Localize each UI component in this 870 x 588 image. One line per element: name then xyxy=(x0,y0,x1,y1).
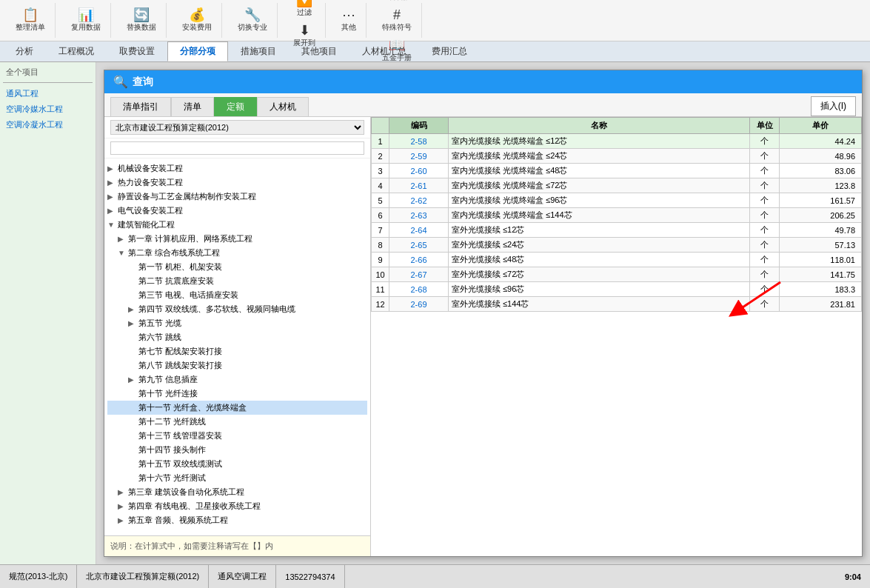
col-header-unit: 单位 xyxy=(750,118,780,134)
cell-unit: 个 xyxy=(750,134,780,149)
tree-item[interactable]: ▼第二章 综合布线系统工程 xyxy=(107,246,367,260)
filter-button[interactable]: 🔽 过滤 xyxy=(291,0,318,20)
table-row[interactable]: 2 2-59 室内光缆接续 光缆终端盒 ≤24芯 个 48.96 xyxy=(372,149,862,164)
tree-item[interactable]: 第十五节 双绞线缆测试 xyxy=(107,457,367,471)
calculator-button[interactable]: 🖩 计算器 xyxy=(381,0,413,4)
tree-item-label: 第三章 建筑设备自动化系统工程 xyxy=(128,487,367,498)
dialog-title: 查询 xyxy=(133,76,153,89)
cell-price: 49.78 xyxy=(780,223,862,238)
tab-fee-summary[interactable]: 费用汇总 xyxy=(419,41,480,61)
switch-icon: 🔧 xyxy=(244,8,261,21)
special-symbol-icon: # xyxy=(393,8,401,21)
tree-item[interactable]: 第一节 机柜、机架安装 xyxy=(107,260,367,274)
special-symbol-button[interactable]: # 特殊符号 xyxy=(377,6,417,35)
dialog-tab-quota[interactable]: 定额 xyxy=(214,97,257,116)
table-row[interactable]: 9 2-66 室外光缆接续 ≤48芯 个 118.01 xyxy=(372,253,862,267)
dialog-tab-list[interactable]: 清单 xyxy=(171,97,214,116)
cell-code: 2-58 xyxy=(389,134,449,149)
table-row[interactable]: 8 2-65 室外光缆接续 ≤24芯 个 57.13 xyxy=(372,238,862,253)
reuse-data-button[interactable]: 📊 复用数据 xyxy=(66,6,106,35)
table-scroll[interactable]: 编码 名称 单位 单价 1 2-58 室内光缆接续 光缆终端盒 ≤12芯 个 4… xyxy=(371,117,862,556)
tree-item[interactable]: 第十二节 光纤跳线 xyxy=(107,415,367,429)
tree-item-label: 第一章 计算机应用、网络系统工程 xyxy=(128,233,367,244)
quota-filter-select[interactable]: 北京市建设工程预算定额(2012) xyxy=(110,120,364,135)
tree-item[interactable]: 第十四节 接头制作 xyxy=(107,443,367,457)
tab-labor-material[interactable]: 人材机汇总 xyxy=(349,41,419,61)
table-row[interactable]: 1 2-58 室内光缆接续 光缆终端盒 ≤12芯 个 44.24 xyxy=(372,134,862,149)
tree-item[interactable]: ▶第九节 信息插座 xyxy=(107,372,367,387)
table-panel: 编码 名称 单位 单价 1 2-58 室内光缆接续 光缆终端盒 ≤12芯 个 4… xyxy=(371,117,862,556)
tree-item[interactable]: ▶机械设备安装工程 xyxy=(107,161,367,176)
table-row[interactable]: 12 2-69 室外光缆接续 ≤144芯 个 231.81 xyxy=(372,297,862,312)
table-row[interactable]: 11 2-68 室外光缆接续 ≤96芯 个 183.3 xyxy=(372,282,862,297)
tab-fee-settings[interactable]: 取费设置 xyxy=(107,41,167,61)
cell-num: 7 xyxy=(372,223,389,238)
tree-item[interactable]: 第二节 抗震底座安装 xyxy=(107,274,367,288)
cell-code: 2-59 xyxy=(389,149,449,164)
replace-data-button[interactable]: 🔄 替换数据 xyxy=(121,6,161,35)
tab-measures[interactable]: 措施项目 xyxy=(228,41,289,61)
table-row[interactable]: 4 2-61 室内光缆接续 光缆终端盒 ≤72芯 个 123.8 xyxy=(372,178,862,193)
tree-item[interactable]: ▶第五节 光缆 xyxy=(107,316,367,330)
tree-item-label: 电气设备安装工程 xyxy=(118,205,367,216)
install-cost-button[interactable]: 💰 安装费用 xyxy=(177,6,217,35)
tree-item[interactable]: 第七节 配线架安装打接 xyxy=(107,344,367,358)
dialog-tab-list-guide[interactable]: 清单指引 xyxy=(110,97,171,116)
cell-name: 室外光缆接续 ≤72芯 xyxy=(449,267,750,282)
cell-num: 11 xyxy=(372,282,389,297)
dialog-tab-labor[interactable]: 人材机 xyxy=(257,97,309,116)
table-row[interactable]: 5 2-62 室内光缆接续 光缆终端盒 ≤96芯 个 161.57 xyxy=(372,193,862,208)
organize-list-button[interactable]: 📋 整理清单 xyxy=(10,6,50,35)
table-row[interactable]: 7 2-64 室外光缆接续 ≤12芯 个 49.78 xyxy=(372,223,862,238)
tree-item[interactable]: ▶第四章 有线电视、卫星接收系统工程 xyxy=(107,499,367,513)
tree-item[interactable]: ▶电气设备安装工程 xyxy=(107,204,367,218)
reuse-icon: 📊 xyxy=(78,8,94,21)
table-row[interactable]: 10 2-67 室外光缆接续 ≤72芯 个 141.75 xyxy=(372,267,862,282)
tree-item-label: 第十三节 线管理器安装 xyxy=(138,430,367,441)
tree-item[interactable]: ▶第一章 计算机应用、网络系统工程 xyxy=(107,232,367,246)
tree-search-input[interactable] xyxy=(110,141,364,155)
tree-arrow: ▶ xyxy=(128,319,138,327)
tab-analysis[interactable]: 分析 xyxy=(3,41,46,61)
table-row[interactable]: 3 2-60 室内光缆接续 光缆终端盒 ≤48芯 个 83.06 xyxy=(372,164,862,178)
tree-item[interactable]: ▶静置设备与工艺金属结构制作安装工程 xyxy=(107,190,367,204)
tab-sections[interactable]: 分部分项 xyxy=(167,41,228,61)
other-label: 其他 xyxy=(341,22,356,33)
cell-name: 室内光缆接续 光缆终端盒 ≤12芯 xyxy=(449,134,750,149)
tree-arrow: ▶ xyxy=(118,235,128,243)
tree-item-label: 第五章 音频、视频系统工程 xyxy=(128,515,367,526)
tree-item[interactable]: 第十六节 光纤测试 xyxy=(107,471,367,485)
tree-item[interactable]: ▶热力设备安装工程 xyxy=(107,176,367,190)
main-area: 全个项目 通风工程 空调冷媒水工程 空调冷凝水工程 🔍 查询 清单指引 清单 定… xyxy=(0,62,870,564)
tree-item-label: 第九节 信息插座 xyxy=(138,374,367,385)
tree-item[interactable]: 第三节 电视、电话插座安装 xyxy=(107,288,367,302)
tree-filter: 北京市建设工程预算定额(2012) xyxy=(104,117,370,138)
tree-item[interactable]: ▶第五章 音频、视频系统工程 xyxy=(107,513,367,527)
tree-item[interactable]: 第十三节 线管理器安装 xyxy=(107,429,367,443)
tree-item[interactable]: ▼建筑智能化工程 xyxy=(107,218,367,232)
tree-arrow: ▶ xyxy=(107,164,118,173)
col-header-name: 名称 xyxy=(449,118,750,134)
tree-item[interactable]: ▶第四节 双绞线缆、多芯软线、视频同轴电缆 xyxy=(107,302,367,316)
tab-project-overview[interactable]: 工程概况 xyxy=(46,41,107,61)
tab-other-items[interactable]: 其他项目 xyxy=(289,41,349,61)
tree-item-label: 第十节 光纤连接 xyxy=(138,388,367,399)
sidebar-item-ventilation[interactable]: 通风工程 xyxy=(3,86,93,101)
query-dialog: 🔍 查询 清单指引 清单 定额 人材机 插入(I) 北京市建设工程预算定额(20… xyxy=(104,70,863,557)
tree-item[interactable]: 第十节 光纤连接 xyxy=(107,387,367,401)
other-button[interactable]: ⋯ 其他 xyxy=(336,6,361,35)
tree-item-label: 第二节 抗震底座安装 xyxy=(138,275,367,287)
tree-item[interactable]: ▶第三章 建筑设备自动化系统工程 xyxy=(107,485,367,499)
insert-button[interactable]: 插入(I) xyxy=(811,96,856,116)
tree-item[interactable]: 第十一节 光纤盒、光缆终端盒 xyxy=(107,401,367,415)
table-row[interactable]: 6 2-63 室内光缆接续 光缆终端盒 ≤144芯 个 206.25 xyxy=(372,208,862,223)
tree-item[interactable]: 第六节 跳线 xyxy=(107,330,367,344)
cell-unit: 个 xyxy=(750,193,780,208)
sidebar-item-cooling-water[interactable]: 空调冷媒水工程 xyxy=(3,101,93,117)
sidebar-item-condensate-water[interactable]: 空调冷凝水工程 xyxy=(3,117,93,133)
tree-arrow: ▶ xyxy=(118,502,128,510)
tree-item[interactable]: 第八节 跳线架安装打接 xyxy=(107,358,367,372)
tree-item-label: 第一节 机柜、机架安装 xyxy=(138,261,367,273)
switch-profession-button[interactable]: 🔧 切换专业 xyxy=(232,6,272,35)
toolbar-group-6: 🔽 过滤 ⬇ 展开到 xyxy=(284,3,326,38)
